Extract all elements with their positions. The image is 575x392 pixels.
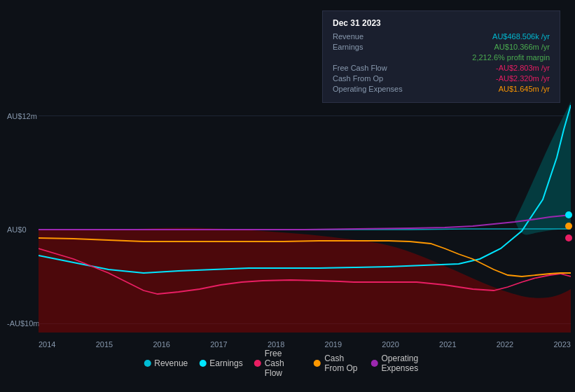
tooltip-value-revenue: AU$468.506k /yr <box>492 32 550 41</box>
x-label-2014: 2014 <box>39 340 55 349</box>
x-axis: 2014 2015 2016 2017 2018 2019 2020 2021 … <box>39 340 571 349</box>
tooltip-row-opex: Operating Expenses AU$1.645m /yr <box>333 85 550 93</box>
right-dot-fcf <box>565 234 572 241</box>
y-label-0: AU$0 <box>7 225 27 234</box>
legend-dot-revenue <box>144 360 151 367</box>
x-label-2023: 2023 <box>553 340 570 349</box>
y-label-neg10m: -AU$10m <box>7 319 39 328</box>
legend-label-revenue: Revenue <box>154 358 188 368</box>
tooltip-box: Dec 31 2023 Revenue AU$468.506k /yr Earn… <box>322 10 560 103</box>
tooltip-label-cashop: Cash From Op <box>333 74 383 83</box>
tooltip-label-revenue: Revenue <box>333 32 363 41</box>
legend-item-earnings[interactable]: Earnings <box>199 358 242 368</box>
y-label-12m: AU$12m <box>7 112 37 120</box>
right-dot-earnings <box>565 211 572 218</box>
tooltip-label-fcf: Free Cash Flow <box>333 64 387 72</box>
tooltip-date: Dec 31 2023 <box>333 18 550 28</box>
tooltip-value-cashop: -AU$2.320m /yr <box>496 74 550 83</box>
legend-dot-fcf <box>254 360 261 367</box>
chart-legend: Revenue Earnings Free Cash Flow Cash Fro… <box>144 349 431 378</box>
tooltip-value-earnings: AU$10.366m /yr <box>494 43 550 51</box>
legend-dot-cashop <box>314 360 321 367</box>
x-label-2019: 2019 <box>325 340 342 349</box>
legend-label-cashop: Cash From Op <box>324 354 359 373</box>
x-label-2020: 2020 <box>382 340 399 349</box>
tooltip-value-margin: 2,212.6% profit margin <box>472 53 550 62</box>
legend-dot-opex <box>370 360 377 367</box>
x-label-2017: 2017 <box>210 340 227 349</box>
tooltip-row-earnings: Earnings AU$10.366m /yr <box>333 43 550 51</box>
legend-label-fcf: Free Cash Flow <box>265 349 303 378</box>
legend-label-earnings: Earnings <box>209 358 242 368</box>
x-label-2021: 2021 <box>439 340 456 349</box>
legend-dot-earnings <box>199 360 206 367</box>
chart-container: Dec 31 2023 Revenue AU$468.506k /yr Earn… <box>0 0 575 392</box>
legend-item-opex[interactable]: Operating Expenses <box>370 354 431 373</box>
x-label-2016: 2016 <box>153 340 169 349</box>
opex-line <box>39 215 571 230</box>
x-label-2018: 2018 <box>268 340 284 349</box>
legend-item-revenue[interactable]: Revenue <box>144 358 188 368</box>
right-dot-cashop <box>565 223 572 230</box>
tooltip-label-earnings: Earnings <box>333 43 363 51</box>
chart-svg <box>39 102 571 332</box>
tooltip-row-revenue: Revenue AU$468.506k /yr <box>333 32 550 41</box>
tooltip-value-fcf: -AU$2.803m /yr <box>496 64 550 72</box>
legend-label-opex: Operating Expenses <box>381 354 431 373</box>
tooltip-value-opex: AU$1.645m /yr <box>499 85 550 93</box>
legend-item-fcf[interactable]: Free Cash Flow <box>254 349 303 378</box>
legend-item-cashop[interactable]: Cash From Op <box>314 354 359 373</box>
tooltip-row-cashop: Cash From Op -AU$2.320m /yr <box>333 74 550 83</box>
tooltip-label-opex: Operating Expenses <box>333 85 403 93</box>
tooltip-row-fcf: Free Cash Flow -AU$2.803m /yr <box>333 64 550 72</box>
x-label-2015: 2015 <box>96 340 113 349</box>
tooltip-subrow-margin: 2,212.6% profit margin <box>333 53 550 62</box>
x-label-2022: 2022 <box>497 340 513 349</box>
